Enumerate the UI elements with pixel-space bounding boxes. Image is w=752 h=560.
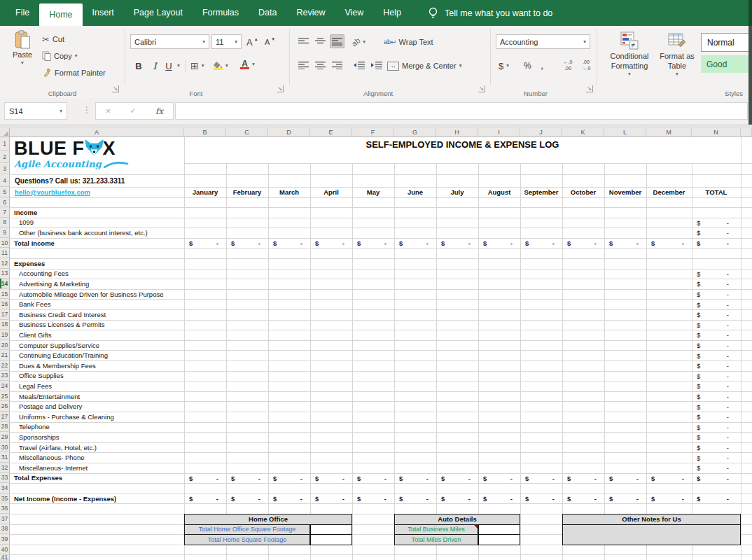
amount-cell[interactable]: $- [437, 473, 478, 484]
amount-cell[interactable]: $- [692, 432, 740, 442]
row-label-10[interactable]: Total Income [14, 238, 183, 248]
row-header-10[interactable]: 10 [0, 238, 10, 248]
row-label-27[interactable]: Uniforms - Purchase & Cleaning [19, 412, 183, 422]
row-label-19[interactable]: Client Gifts [19, 330, 183, 340]
amount-cell[interactable]: $- [395, 493, 436, 504]
amount-cell[interactable]: $- [395, 238, 436, 248]
column-header-G[interactable]: G [394, 128, 436, 137]
row-label-9[interactable]: Other (business bank account interest, e… [19, 227, 183, 238]
row-label-12[interactable]: Expenses [14, 258, 183, 269]
select-all-corner[interactable] [0, 128, 10, 137]
column-header-M[interactable]: M [646, 128, 692, 137]
auto-details-input-0[interactable] [478, 524, 520, 536]
row-header-22[interactable]: 22 [0, 360, 10, 371]
amount-cell[interactable]: $- [692, 320, 740, 330]
row-header-8[interactable]: 8 [0, 218, 10, 228]
amount-cell[interactable]: $- [185, 473, 225, 484]
row-label-20[interactable]: Computer Supplies/Service [19, 340, 183, 351]
amount-cell[interactable]: $- [692, 330, 740, 340]
amount-cell[interactable]: $- [521, 238, 562, 248]
row-label-31[interactable]: Miscellaneous- Phone [19, 452, 183, 463]
row-header-38[interactable]: 38 [0, 524, 10, 535]
column-header-C[interactable]: C [226, 128, 268, 137]
row-label-8[interactable]: 1099 [19, 218, 183, 228]
amount-cell[interactable]: $- [692, 381, 740, 391]
row-header-29[interactable]: 29 [0, 432, 10, 442]
row-header-4[interactable]: 4 [0, 174, 10, 187]
row-label-23[interactable]: Office Supplies [19, 371, 183, 382]
column-header-E[interactable]: E [310, 128, 352, 137]
row-label-13[interactable]: Accounting Fees [19, 269, 183, 279]
row-header-1[interactable]: 1 [0, 137, 10, 150]
row-header-17[interactable]: 17 [0, 309, 10, 320]
row-header-31[interactable]: 31 [0, 452, 10, 463]
amount-cell[interactable]: $- [269, 473, 309, 484]
column-header-B[interactable]: B [184, 128, 226, 137]
row-header-16[interactable]: 16 [0, 299, 10, 309]
row-label-30[interactable]: Travel (Airfare, Hotel, etc.) [19, 442, 183, 453]
column-header-A[interactable]: A [10, 128, 184, 137]
row-label-21[interactable]: Continuing Education/Training [19, 350, 183, 360]
row-label-32[interactable]: Miscellaneous- Internet [19, 463, 183, 473]
amount-cell[interactable]: $- [692, 452, 740, 463]
row-header-13[interactable]: 13 [0, 269, 10, 279]
amount-cell[interactable]: $- [185, 238, 225, 248]
amount-cell[interactable]: $- [692, 401, 740, 412]
amount-cell[interactable]: $- [692, 371, 740, 382]
amount-cell[interactable]: $- [563, 238, 604, 248]
row-header-33[interactable]: 33 [0, 473, 10, 484]
amount-cell[interactable]: $- [605, 473, 646, 484]
row-header-11[interactable]: 11 [0, 248, 10, 258]
column-header-H[interactable]: H [436, 128, 478, 137]
row-header-32[interactable]: 32 [0, 463, 10, 473]
amount-cell[interactable]: $- [692, 238, 740, 248]
amount-cell[interactable]: $- [311, 238, 351, 248]
row-header-6[interactable]: 6 [0, 197, 10, 207]
amount-cell[interactable]: $- [605, 238, 646, 248]
amount-cell[interactable]: $- [692, 493, 740, 504]
column-header-I[interactable]: I [478, 128, 520, 137]
amount-cell[interactable]: $- [353, 238, 394, 248]
amount-cell[interactable]: $- [185, 493, 225, 504]
row-label-33[interactable]: Total Expenses [14, 473, 183, 484]
row-header-21[interactable]: 21 [0, 350, 10, 360]
row-header-18[interactable]: 18 [0, 320, 10, 330]
row-label-16[interactable]: Bank Fees [19, 299, 183, 309]
row-header-12[interactable]: 12 [0, 258, 10, 269]
home-office-input-1[interactable] [310, 534, 352, 545]
amount-cell[interactable]: $- [692, 442, 740, 453]
row-label-24[interactable]: Legal Fees [19, 381, 183, 391]
row-label-28[interactable]: Telephone [19, 422, 183, 433]
amount-cell[interactable]: $- [692, 340, 740, 351]
row-header-19[interactable]: 19 [0, 330, 10, 340]
row-header-36[interactable]: 36 [0, 503, 10, 514]
row-header-40[interactable]: 40 [0, 545, 10, 555]
column-header-F[interactable]: F [352, 128, 394, 137]
row-label-22[interactable]: Dues & Membership Fees [19, 360, 183, 371]
amount-cell[interactable]: $- [311, 473, 351, 484]
amount-cell[interactable]: $- [563, 473, 604, 484]
amount-cell[interactable]: $- [692, 360, 740, 371]
row-header-37[interactable]: 37 [0, 514, 10, 524]
row-header-34[interactable]: 34 [0, 483, 10, 493]
row-header-23[interactable]: 23 [0, 371, 10, 382]
column-header-overflow[interactable] [741, 128, 752, 137]
row-header-9[interactable]: 9 [0, 227, 10, 238]
row-label-35[interactable]: Net Income (Income - Expenses) [14, 493, 183, 504]
amount-cell[interactable]: $- [479, 473, 520, 484]
column-header-D[interactable]: D [268, 128, 310, 137]
amount-cell[interactable]: $- [647, 493, 691, 504]
row-header-39[interactable]: 39 [0, 534, 10, 545]
row-header-3[interactable]: 3 [0, 163, 10, 174]
home-office-input-0[interactable] [310, 524, 352, 536]
amount-cell[interactable]: $- [395, 473, 436, 484]
row-label-26[interactable]: Postage and Delivery [19, 401, 183, 412]
row-header-14[interactable]: 14 [0, 279, 10, 289]
row-label-17[interactable]: Business Credit Card Interest [19, 309, 183, 320]
amount-cell[interactable]: $- [692, 463, 740, 473]
amount-cell[interactable]: $- [227, 238, 267, 248]
column-header-J[interactable]: J [520, 128, 562, 137]
column-header-L[interactable]: L [604, 128, 646, 137]
row-header-5[interactable]: 5 [0, 187, 10, 197]
row-header-24[interactable]: 24 [0, 381, 10, 391]
